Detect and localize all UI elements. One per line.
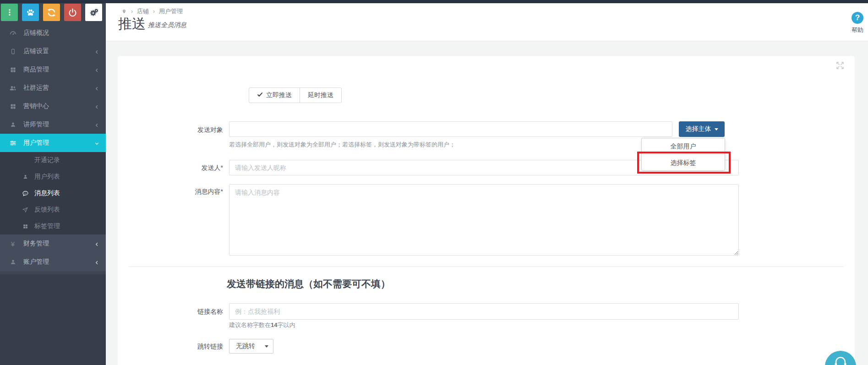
link-name-hint: 建议名称字数在14字以内: [229, 321, 295, 329]
push-mode-tabs: 立即推送 延时推送: [249, 87, 342, 103]
link-name-input[interactable]: [229, 303, 739, 320]
phone-icon: [8, 48, 17, 55]
page-header: › 店铺 › 用户管理 推送 推送全员消息 ? 帮助: [106, 3, 868, 41]
section-divider: [129, 267, 844, 267]
tab-label: 立即推送: [266, 91, 292, 99]
chevron-left-icon: [94, 104, 99, 111]
check-icon: [257, 92, 263, 99]
message-content-textarea[interactable]: [229, 184, 739, 256]
refresh-icon: [47, 8, 56, 17]
yen-icon: ¥: [8, 240, 17, 247]
sender-label: 发送人*: [151, 164, 223, 172]
jump-link-value: 无跳转: [236, 342, 255, 350]
submenu-item-tag-mgmt[interactable]: 标签管理: [0, 218, 106, 234]
submenu-item-label: 消息列表: [34, 189, 60, 197]
page: 店铺概况 店铺设置 商品管理 社群运营: [0, 0, 868, 365]
sidebar-item-label: 店铺设置: [23, 47, 49, 55]
breadcrumb-shop[interactable]: 店铺: [137, 7, 149, 16]
tab-label: 延时推送: [308, 91, 333, 99]
help-label: 帮助: [847, 26, 868, 34]
submenu-item-label: 用户列表: [34, 173, 60, 181]
sidebar-filler: [0, 274, 106, 365]
sidebar-item-finance-mgmt[interactable]: ¥ 财务管理: [0, 234, 106, 253]
sidebar-nav: 店铺概况 店铺设置 商品管理 社群运营: [0, 24, 106, 271]
breadcrumb-separator: ›: [131, 8, 133, 15]
jump-link-label: 跳转链接: [151, 343, 223, 351]
send-target-hint: 若选择全部用户，则发送对象为全部用户；若选择标签，则发送对象为带标签的用户；: [229, 141, 455, 149]
user-icon: [8, 121, 17, 128]
title-row: 推送 推送全员消息: [118, 16, 186, 31]
help-button[interactable]: ? 帮助: [847, 12, 868, 34]
power-icon: [68, 8, 77, 17]
submenu-item-feedback-list[interactable]: 反馈列表: [0, 202, 106, 218]
grid-icon: [8, 66, 17, 73]
submenu-item-label: 反馈列表: [34, 206, 60, 214]
link-section-heading: 发送带链接的消息（如不需要可不填）: [227, 278, 390, 290]
tab-immediate-push[interactable]: 立即推送: [249, 87, 300, 103]
caret-down-icon: [715, 128, 718, 131]
submenu-item-label: 标签管理: [34, 222, 60, 230]
sliders-icon: [8, 139, 17, 147]
sidebar-item-label: 商品管理: [23, 65, 49, 74]
dropdown-item-all-users[interactable]: 全部用户: [642, 138, 725, 154]
breadcrumb: › 店铺 › 用户管理: [121, 7, 183, 16]
chevron-left-icon: [94, 67, 99, 74]
message-content-label: 消息内容*: [151, 188, 223, 196]
chevron-down-icon: [94, 140, 99, 147]
sidebar-item-shop-overview[interactable]: 店铺概况: [0, 24, 106, 42]
chevron-left-icon: [94, 259, 99, 267]
sidebar-item-user-mgmt[interactable]: 用户管理: [0, 134, 106, 152]
dashboard-icon: [8, 29, 17, 37]
sidebar-item-lecturer-mgmt[interactable]: 讲师管理: [0, 115, 106, 134]
sidebar-item-product-mgmt[interactable]: 商品管理: [0, 60, 106, 79]
menu-button[interactable]: [1, 4, 18, 21]
paw-icon: [26, 8, 35, 17]
choose-subject-label: 选择主体: [686, 125, 711, 133]
grid-icon: [21, 223, 29, 229]
paw-button[interactable]: [22, 4, 39, 21]
submenu-item-user-list[interactable]: 用户列表: [0, 169, 106, 185]
sidebar-item-label: 社群运营: [23, 84, 49, 92]
quickbar: [1, 4, 102, 21]
send-target-input[interactable]: [229, 121, 672, 137]
grid-icon: [8, 103, 17, 110]
subject-dropdown-menu: 全部用户 选择标签: [641, 138, 725, 171]
sidebar-item-shop-settings[interactable]: 店铺设置: [0, 42, 106, 60]
power-button[interactable]: [64, 4, 81, 21]
caret-down-icon: [265, 345, 268, 348]
expand-icon[interactable]: [835, 61, 845, 70]
tab-delayed-push[interactable]: 延时推送: [300, 87, 342, 103]
rocket-icon: [21, 207, 29, 213]
chevron-left-icon: [94, 49, 99, 56]
submenu-item-message-list[interactable]: 消息列表: [0, 185, 106, 202]
settings-button[interactable]: [85, 4, 102, 21]
location-pin-icon: [121, 8, 127, 15]
sidebar-item-label: 财务管理: [23, 240, 49, 248]
sidebar-item-marketing-center[interactable]: 营销中心: [0, 97, 106, 115]
send-target-label: 发送对象: [151, 126, 223, 134]
question-icon: ?: [852, 12, 863, 24]
sidebar-item-community-ops[interactable]: 社群运营: [0, 79, 106, 97]
sidebar-lower-block: ¥ 财务管理 账户管理: [0, 234, 106, 271]
page-subtitle: 推送全员消息: [148, 21, 186, 31]
choose-subject-button[interactable]: 选择主体: [679, 121, 725, 137]
user-mgmt-submenu: 开通记录 用户列表 消息列表: [0, 152, 106, 234]
sidebar-item-label: 营销中心: [23, 102, 49, 110]
user-icon: [21, 174, 29, 180]
jump-link-select[interactable]: 无跳转: [229, 339, 273, 354]
breadcrumb-user-mgmt[interactable]: 用户管理: [159, 7, 183, 16]
sidebar-item-account-mgmt[interactable]: 账户管理: [0, 253, 106, 271]
breadcrumb-separator: ›: [153, 8, 155, 15]
user-icon: [8, 258, 17, 266]
submenu-item-open-records[interactable]: 开通记录: [0, 152, 106, 169]
sidebar-item-label: 讲师管理: [23, 120, 49, 129]
refresh-button[interactable]: [43, 4, 60, 21]
chevron-left-icon: [94, 122, 99, 129]
submenu-item-label: 开通记录: [34, 156, 60, 164]
page-title: 推送: [118, 16, 146, 31]
sidebar-item-label: 用户管理: [23, 139, 49, 147]
dropdown-item-choose-tag[interactable]: 选择标签: [642, 154, 725, 170]
sidebar-item-label: 账户管理: [23, 258, 49, 266]
top-strip: [0, 0, 868, 3]
chevron-left-icon: [94, 85, 99, 93]
